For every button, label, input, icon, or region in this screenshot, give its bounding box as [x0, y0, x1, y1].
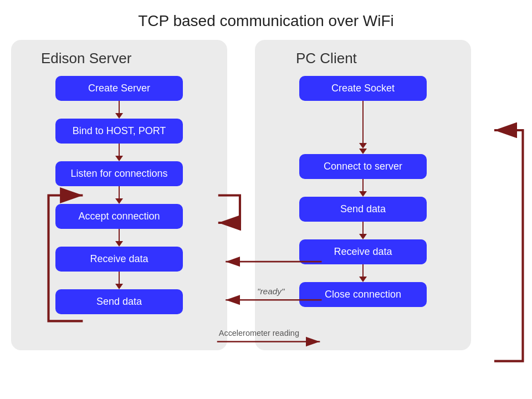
pc-client-label: PC Client	[296, 50, 357, 67]
listen-connections-node: Listen for connections	[55, 161, 183, 186]
right-flow: Create Socket Connect to server Send dat…	[268, 76, 458, 307]
arrow-3	[115, 186, 123, 204]
page-title: TCP based communication over WiFi	[138, 12, 394, 30]
receive-data-node-left: Receive data	[55, 247, 183, 272]
pc-client-panel: PC Client Create Socket Connect to serve…	[255, 40, 471, 350]
create-server-node: Create Server	[55, 76, 183, 101]
arrow-1	[115, 101, 123, 119]
accept-connection-node: Accept connection	[55, 204, 183, 229]
receive-data-node-right: Receive data	[299, 239, 427, 264]
arrow-r4	[359, 264, 367, 282]
send-data-node-right: Send data	[299, 197, 427, 222]
arrow-5	[115, 272, 123, 289]
send-data-node-left: Send data	[55, 289, 183, 314]
edison-server-label: Edison Server	[41, 50, 131, 67]
create-socket-node: Create Socket	[299, 76, 427, 101]
close-connection-node: Close connection	[299, 282, 427, 307]
bind-host-port-node: Bind to HOST, PORT	[55, 119, 183, 144]
arrow-2	[115, 144, 123, 161]
connect-server-node: Connect to server	[299, 154, 427, 179]
arrow-4	[115, 229, 123, 247]
arrow-r3	[359, 222, 367, 239]
edison-server-panel: Edison Server Create Server Bind to HOST…	[11, 40, 227, 350]
arrow-r2	[359, 179, 367, 197]
left-flow: Create Server Bind to HOST, PORT Listen …	[24, 76, 214, 314]
arrow-r1	[359, 101, 367, 154]
